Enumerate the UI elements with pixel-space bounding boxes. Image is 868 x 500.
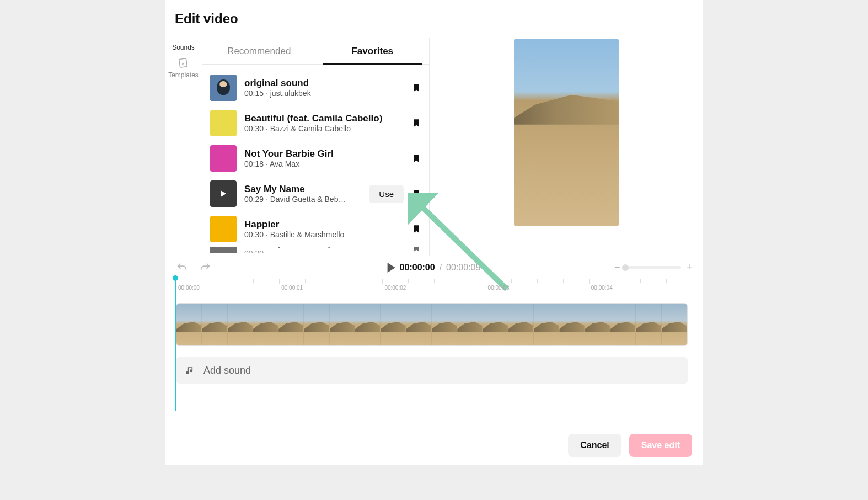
clip-frame <box>483 304 508 345</box>
sound-thumbnail[interactable] <box>210 145 237 172</box>
sound-thumbnail[interactable] <box>210 110 237 136</box>
ruler-label: 00:00:04 <box>591 285 613 291</box>
timeline-ruler[interactable]: 00:00:0000:00:0100:00:0200:00:0300:00:04 <box>176 279 692 295</box>
add-sound-track[interactable]: Add sound <box>176 357 688 384</box>
cancel-button[interactable]: Cancel <box>568 434 621 457</box>
sound-title: Beautiful (feat. Camila Cabello) <box>244 113 404 124</box>
rail-sounds-label: Sounds <box>172 44 195 51</box>
sounds-panel: Recommended Favorites original sound00:1… <box>202 38 430 256</box>
sound-title: Say My Name <box>244 184 361 195</box>
sound-info: Not Your Barbie Girl00:18 · Ava Max <box>244 148 404 168</box>
current-time: 00:00:00 <box>400 263 435 273</box>
ruler-label: 00:00:02 <box>384 285 406 291</box>
clip-frame <box>534 304 559 345</box>
bookmark-icon[interactable] <box>411 188 421 200</box>
bookmark-icon[interactable] <box>411 152 421 164</box>
clip-frame <box>176 304 202 345</box>
use-sound-button[interactable]: Use <box>369 185 404 203</box>
ruler-label: 00:00:01 <box>281 285 303 291</box>
sound-thumbnail[interactable] <box>210 216 237 242</box>
sound-thumbnail[interactable] <box>210 180 237 207</box>
bookmark-icon[interactable] <box>411 82 421 94</box>
clip-frame <box>457 304 483 345</box>
bookmark-icon[interactable] <box>411 223 421 235</box>
zoom-out-button[interactable]: − <box>614 262 620 273</box>
sound-info: Say My Name00:29 · David Guetta & Beb… <box>244 184 361 204</box>
zoom-in-button[interactable]: + <box>686 262 692 273</box>
playhead[interactable] <box>175 279 176 411</box>
playback-controls: 00:00:00 / 00:00:05 − + <box>165 256 703 279</box>
undo-button[interactable] <box>176 262 188 274</box>
sound-meta: 00:30 <box>244 249 404 253</box>
sound-meta: 00:30 · Bazzi & Camila Cabello <box>244 124 404 133</box>
sound-info: Happier00:30 · Bastille & Marshmello <box>244 219 404 239</box>
sound-meta: 00:30 · Bastille & Marshmello <box>244 230 404 239</box>
clip-frame <box>662 304 687 345</box>
ruler-label: 00:00:03 <box>488 285 510 291</box>
clip-frame <box>202 304 227 345</box>
tab-recommended[interactable]: Recommended <box>202 38 316 64</box>
clip-frame <box>585 304 610 345</box>
sound-list: original sound00:15 · just.ulukbekBeauti… <box>202 65 429 256</box>
clip-frame <box>253 304 278 345</box>
sound-row[interactable]: Not Your Barbie Girl00:18 · Ava Max <box>210 141 421 176</box>
save-edit-button[interactable]: Save edit <box>629 434 692 457</box>
clip-frame <box>432 304 457 345</box>
clip-frame <box>610 304 636 345</box>
sound-meta: 00:18 · Ava Max <box>244 159 404 168</box>
zoom-slider[interactable] <box>625 266 681 269</box>
clip-frame <box>304 304 329 345</box>
clip-frame <box>381 304 406 345</box>
ruler-label: 00:00:00 <box>178 285 200 291</box>
sound-title: Not Your Barbie Girl <box>244 148 404 159</box>
redo-button[interactable] <box>199 262 211 274</box>
left-rail: Sounds Templates <box>165 38 202 256</box>
bookmark-icon[interactable] <box>411 117 421 129</box>
sound-thumbnail[interactable] <box>210 247 237 253</box>
sound-meta: 00:29 · David Guetta & Beb… <box>244 195 361 204</box>
sound-row[interactable]: Happier00:30 · Bastille & Marshmello <box>210 211 421 247</box>
sound-info: Beautiful (feat. Camila Cabello)00:30 · … <box>244 113 404 133</box>
clip-frame <box>278 304 304 345</box>
sound-meta: 00:15 · just.ulukbek <box>244 89 404 98</box>
clip-frame <box>406 304 432 345</box>
clip-frame <box>636 304 661 345</box>
rail-templates[interactable]: Templates <box>168 57 199 79</box>
sound-info: original sound00:15 · just.ulukbek <box>244 78 404 98</box>
sound-title: Happier <box>244 219 404 230</box>
templates-icon <box>177 57 189 69</box>
video-preview[interactable] <box>514 39 619 226</box>
sound-row[interactable]: Say My Name00:29 · David Guetta & Beb…Us… <box>210 176 421 211</box>
preview-area <box>430 38 703 256</box>
bookmark-icon[interactable] <box>411 247 421 253</box>
total-time: 00:00:05 <box>446 263 480 273</box>
add-sound-label: Add sound <box>203 365 251 376</box>
play-button[interactable] <box>388 263 395 273</box>
sound-thumbnail[interactable] <box>210 75 237 101</box>
clip-frame <box>228 304 253 345</box>
clip-frame <box>559 304 585 345</box>
rail-sounds[interactable]: Sounds <box>172 44 195 51</box>
tab-favorites[interactable]: Favorites <box>316 38 430 64</box>
svg-rect-0 <box>179 58 187 67</box>
sound-row[interactable]: Beautiful (feat. Camila Cabello)00:30 · … <box>210 105 421 141</box>
footer: Cancel Save edit <box>165 426 703 465</box>
page-title: Edit video <box>165 0 703 38</box>
music-note-icon <box>185 365 196 376</box>
sound-row[interactable]: original sound00:15 · just.ulukbek <box>210 70 421 105</box>
rail-templates-label: Templates <box>168 71 199 79</box>
clip-frame <box>330 304 355 345</box>
time-separator: / <box>440 263 442 273</box>
sound-row[interactable]: Wake Up In The Sky00:30 <box>210 247 421 253</box>
clip-frame <box>355 304 381 345</box>
timeline: 00:00:0000:00:0100:00:0200:00:0300:00:04… <box>165 279 703 384</box>
sound-title: original sound <box>244 78 404 89</box>
sound-info: Wake Up In The Sky00:30 <box>244 247 404 253</box>
video-clip-track[interactable] <box>176 303 688 346</box>
clip-frame <box>508 304 534 345</box>
